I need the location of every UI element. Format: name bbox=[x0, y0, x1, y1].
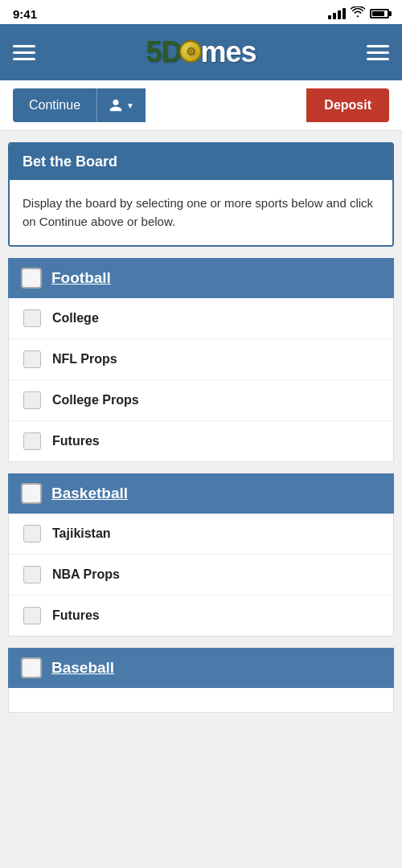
battery-icon bbox=[370, 9, 389, 18]
college-props-label[interactable]: College Props bbox=[52, 393, 139, 407]
basketball-futures-label[interactable]: Futures bbox=[52, 608, 100, 623]
list-item: College Props bbox=[9, 380, 393, 421]
basketball-items: Tajikistan NBA Props Futures bbox=[8, 514, 394, 637]
wifi-icon bbox=[351, 6, 365, 21]
person-icon bbox=[109, 98, 123, 113]
bet-board-title: Bet the Board bbox=[23, 154, 379, 170]
dropdown-arrow: ▼ bbox=[126, 101, 134, 110]
nfl-props-label[interactable]: NFL Props bbox=[52, 352, 117, 366]
nba-props-checkbox[interactable] bbox=[23, 566, 41, 583]
list-item: College bbox=[9, 298, 393, 339]
tajikistan-checkbox[interactable] bbox=[23, 525, 41, 542]
account-button[interactable]: ▼ bbox=[96, 88, 146, 122]
list-item: NBA Props bbox=[9, 555, 393, 596]
list-item bbox=[9, 688, 393, 712]
baseball-checkbox[interactable] bbox=[21, 657, 42, 678]
baseball-header[interactable]: Baseball bbox=[8, 648, 394, 688]
logo-dimes: mes bbox=[200, 35, 256, 68]
basketball-checkbox[interactable] bbox=[21, 483, 42, 504]
list-item: NFL Props bbox=[9, 339, 393, 380]
nba-props-label[interactable]: NBA Props bbox=[52, 567, 120, 582]
right-menu-button[interactable] bbox=[367, 45, 389, 60]
college-checkbox[interactable] bbox=[23, 309, 41, 327]
football-items: College NFL Props College Props Futures bbox=[8, 298, 394, 462]
continue-button[interactable]: Continue bbox=[13, 88, 96, 122]
logo-coin-icon bbox=[179, 40, 202, 63]
deposit-button[interactable]: Deposit bbox=[306, 88, 389, 122]
toolbar: Continue ▼ Deposit bbox=[0, 80, 402, 131]
basketball-title: Basketball bbox=[51, 485, 128, 502]
basketball-futures-checkbox[interactable] bbox=[23, 607, 41, 624]
football-section: Football College NFL Props College Props… bbox=[8, 258, 394, 462]
status-time: 9:41 bbox=[13, 7, 37, 21]
football-checkbox[interactable] bbox=[21, 268, 42, 289]
bet-board-body: Display the board by selecting one or mo… bbox=[10, 180, 392, 245]
college-label[interactable]: College bbox=[52, 311, 99, 326]
left-menu-button[interactable] bbox=[13, 45, 35, 60]
football-title: Football bbox=[51, 269, 111, 287]
bet-board-description: Display the board by selecting one or mo… bbox=[23, 194, 379, 231]
list-item: Tajikistan bbox=[9, 514, 393, 555]
status-icons bbox=[328, 6, 389, 21]
status-bar: 9:41 bbox=[0, 0, 402, 24]
baseball-items bbox=[8, 688, 394, 713]
app-header: 5Dmes bbox=[0, 24, 402, 80]
baseball-title: Baseball bbox=[51, 659, 114, 677]
football-header[interactable]: Football bbox=[8, 258, 394, 298]
college-props-checkbox[interactable] bbox=[23, 391, 41, 409]
list-item: Futures bbox=[9, 596, 393, 636]
tajikistan-label[interactable]: Tajikistan bbox=[52, 526, 111, 541]
signal-icon bbox=[328, 8, 346, 19]
basketball-section: Basketball Tajikistan NBA Props Futures bbox=[8, 473, 394, 637]
bet-board-header: Bet the Board bbox=[10, 144, 392, 180]
bet-board-section: Bet the Board Display the board by selec… bbox=[8, 142, 394, 247]
nfl-props-checkbox[interactable] bbox=[23, 350, 41, 368]
app-logo: 5Dmes bbox=[146, 35, 256, 69]
list-item: Futures bbox=[9, 421, 393, 461]
baseball-section: Baseball bbox=[8, 648, 394, 713]
football-futures-label[interactable]: Futures bbox=[52, 434, 100, 448]
football-futures-checkbox[interactable] bbox=[23, 432, 41, 450]
logo-5: 5D bbox=[146, 35, 181, 68]
basketball-header[interactable]: Basketball bbox=[8, 473, 394, 514]
